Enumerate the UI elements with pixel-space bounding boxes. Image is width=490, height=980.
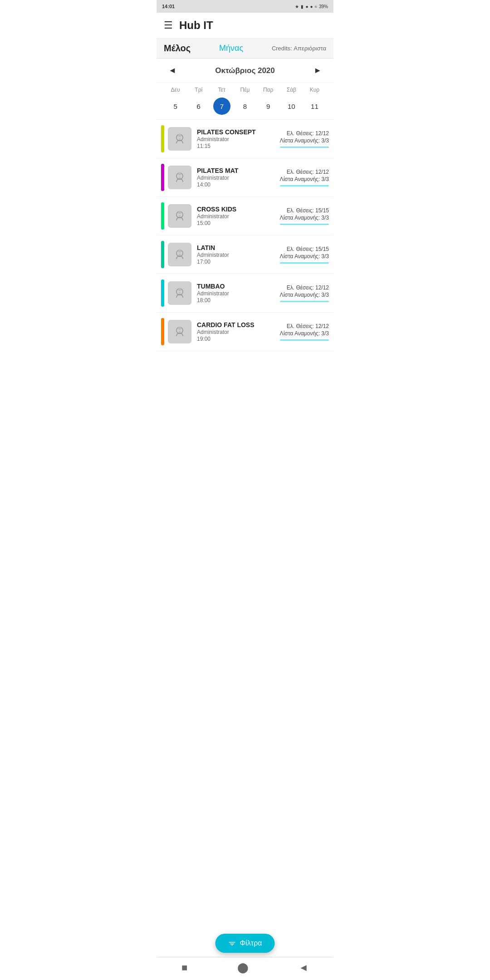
class-color-bar	[161, 125, 164, 152]
slots-available: Ελ. Θέσεις: 12/12	[280, 323, 329, 329]
class-name: TUMBAO	[197, 283, 280, 290]
class-slots: Ελ. Θέσεις: 15/15Λίστα Αναμονής: 3/3	[280, 246, 329, 264]
fitness-icon	[172, 324, 187, 339]
slots-waiting: Λίστα Αναμονής: 3/3	[280, 253, 329, 260]
class-color-bar	[161, 318, 164, 345]
credits-label: Credits: Απεριόριστα	[272, 45, 326, 52]
day-cell[interactable]: 7	[213, 98, 230, 115]
class-name: CROSS KIDS	[197, 206, 280, 213]
class-admin: Administrator	[197, 252, 280, 258]
fitness-icon	[172, 131, 187, 147]
menu-button[interactable]: ☰	[164, 20, 173, 31]
month-tab[interactable]: Μήνας	[219, 44, 243, 53]
class-icon	[168, 320, 191, 343]
class-item[interactable]: PILATES MATAdministrator14:00Ελ. Θέσεις:…	[157, 158, 333, 197]
class-info: CROSS KIDSAdministrator15:00	[197, 206, 280, 226]
class-item[interactable]: CARDIO FAT LOSSAdministrator19:00Ελ. Θέσ…	[157, 313, 333, 351]
svg-point-9	[178, 288, 181, 291]
progress-bar	[280, 185, 329, 186]
slots-waiting: Λίστα Αναμονής: 3/3	[280, 215, 329, 221]
calendar-grid: ΔευΤρίΤετΠέμΠαρΣάβΚυρ 567891011	[157, 83, 333, 120]
day-header: Πέμ	[233, 86, 256, 94]
class-slots: Ελ. Θέσεις: 15/15Λίστα Αναμονής: 3/3	[280, 207, 329, 225]
slots-available: Ελ. Θέσεις: 15/15	[280, 207, 329, 214]
next-month-button[interactable]: ►	[309, 64, 326, 77]
class-info: PILATES MATAdministrator14:00	[197, 167, 280, 188]
day-cell-wrapper: 11	[303, 98, 326, 115]
bluetooth-icon: ★	[295, 4, 299, 9]
day-cell-wrapper: 6	[187, 98, 210, 115]
slots-waiting: Λίστα Αναμονής: 3/3	[280, 137, 329, 144]
class-item[interactable]: PILATES CONSEPTAdministrator11:15Ελ. Θέσ…	[157, 120, 333, 158]
class-item[interactable]: TUMBAOAdministrator18:00Ελ. Θέσεις: 12/1…	[157, 274, 333, 313]
progress-bar	[280, 224, 329, 225]
svg-point-11	[178, 327, 181, 330]
wifi-icon: ≈	[314, 4, 317, 9]
class-time: 15:00	[197, 220, 280, 226]
slots-available: Ελ. Θέσεις: 12/12	[280, 169, 329, 175]
status-time: 14:01	[162, 4, 175, 9]
top-bar: ☰ Hub IT	[157, 13, 333, 39]
progress-bar	[280, 339, 329, 341]
slots-available: Ελ. Θέσεις: 12/12	[280, 130, 329, 137]
class-color-bar	[161, 202, 164, 230]
prev-month-button[interactable]: ◄	[164, 64, 181, 77]
battery-percent: 39%	[319, 4, 328, 9]
svg-point-3	[178, 172, 181, 176]
day-header: Δευ	[164, 86, 187, 94]
progress-bar	[280, 147, 329, 148]
sub-header: Μέλος Μήνας Credits: Απεριόριστα	[157, 39, 333, 59]
class-icon	[168, 204, 191, 228]
progress-bar	[280, 262, 329, 264]
status-bar: 14:01 ★ ▮ ● ● ≈ 39%	[157, 0, 333, 13]
day-header: Σάβ	[280, 86, 303, 94]
slots-waiting: Λίστα Αναμονής: 3/3	[280, 292, 329, 298]
class-time: 14:00	[197, 181, 280, 188]
status-icons: ★ ▮ ● ● ≈ 39%	[295, 4, 328, 9]
fitness-icon	[172, 170, 187, 185]
slots-available: Ελ. Θέσεις: 15/15	[280, 246, 329, 252]
class-admin: Administrator	[197, 136, 280, 142]
day-headers: ΔευΤρίΤετΠέμΠαρΣάβΚυρ	[164, 86, 326, 94]
day-header: Παρ	[257, 86, 280, 94]
class-slots: Ελ. Θέσεις: 12/12Λίστα Αναμονής: 3/3	[280, 323, 329, 341]
calendar-nav: ◄ Οκτώβριος 2020 ►	[157, 59, 333, 83]
day-cell-wrapper: 7	[210, 98, 233, 115]
class-slots: Ελ. Θέσεις: 12/12Λίστα Αναμονής: 3/3	[280, 169, 329, 186]
class-time: 19:00	[197, 336, 280, 342]
day-cell[interactable]: 8	[243, 100, 247, 113]
day-cells: 567891011	[164, 98, 326, 115]
fitness-icon	[172, 247, 187, 262]
class-icon	[168, 127, 191, 151]
class-admin: Administrator	[197, 175, 280, 181]
slots-available: Ελ. Θέσεις: 12/12	[280, 284, 329, 291]
day-cell-wrapper: 10	[280, 98, 303, 115]
fitness-icon	[172, 285, 187, 301]
day-header: Τρί	[187, 86, 210, 94]
class-admin: Administrator	[197, 290, 280, 297]
day-cell-wrapper: 8	[233, 98, 256, 115]
class-color-bar	[161, 241, 164, 268]
day-cell[interactable]: 9	[266, 100, 270, 113]
progress-bar	[280, 301, 329, 302]
class-name: PILATES MAT	[197, 167, 280, 174]
class-item[interactable]: CROSS KIDSAdministrator15:00Ελ. Θέσεις: …	[157, 197, 333, 235]
slots-waiting: Λίστα Αναμονής: 3/3	[280, 330, 329, 337]
day-cell[interactable]: 11	[311, 100, 318, 113]
class-info: TUMBAOAdministrator18:00	[197, 283, 280, 304]
slots-waiting: Λίστα Αναμονής: 3/3	[280, 176, 329, 182]
class-admin: Administrator	[197, 329, 280, 335]
class-item[interactable]: LATINAdministrator17:00Ελ. Θέσεις: 15/15…	[157, 235, 333, 274]
day-cell[interactable]: 5	[173, 100, 177, 113]
svg-point-5	[178, 211, 181, 214]
day-cell[interactable]: 10	[288, 100, 295, 113]
class-time: 11:15	[197, 143, 280, 149]
day-header: Κυρ	[303, 86, 326, 94]
fitness-icon	[172, 208, 187, 224]
signal-icon: ●	[310, 4, 313, 9]
class-name: LATIN	[197, 244, 280, 251]
class-name: CARDIO FAT LOSS	[197, 321, 280, 328]
class-color-bar	[161, 279, 164, 307]
day-cell[interactable]: 6	[197, 100, 201, 113]
class-icon	[168, 281, 191, 305]
